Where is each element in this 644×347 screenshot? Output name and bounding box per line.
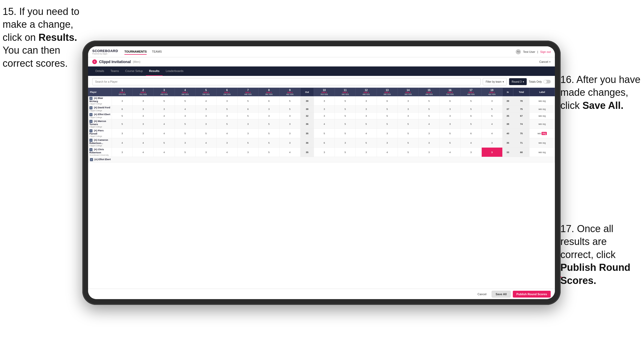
score-cell-hole-3[interactable]: 5 [154, 138, 175, 148]
score-cell-hole-3[interactable]: 4 [154, 129, 175, 138]
score-cell-hole-9[interactable]: 3 [279, 138, 300, 148]
score-cell-hole-1[interactable]: 3 [112, 129, 133, 138]
score-cell-hole-1[interactable]: 6 [112, 106, 133, 113]
score-cell-hole-16[interactable]: 3 [440, 113, 461, 119]
score-cell-hole-6[interactable]: 4 [216, 148, 237, 157]
score-cell-hole-17[interactable]: 5 [461, 119, 481, 129]
score-cell-hole-4[interactable]: 5 [175, 119, 196, 129]
score-cell-hole-12[interactable]: 4 [356, 129, 377, 138]
score-cell-hole-13[interactable]: 6 [377, 96, 398, 106]
sub-nav-details[interactable]: Details [92, 66, 107, 76]
score-cell-hole-9[interactable]: 3 [279, 113, 300, 119]
score-cell-hole-5[interactable]: 5 [196, 129, 216, 138]
score-cell-hole-7[interactable]: 6 [238, 106, 258, 113]
score-cell-hole-2[interactable]: 3 [133, 113, 154, 119]
sub-nav-leaderboards[interactable]: Leaderboards [163, 66, 187, 76]
score-cell-hole-1[interactable]: 5 [112, 119, 133, 129]
score-cell-hole-14[interactable]: 3 [398, 106, 418, 113]
sub-nav-course-setup[interactable]: Course Setup [122, 66, 146, 76]
dq-label[interactable]: DQ [543, 115, 546, 117]
score-cell-hole-18[interactable]: 5 [481, 106, 502, 113]
score-cell-hole-5[interactable]: 3 [196, 106, 216, 113]
score-cell-hole-2[interactable]: 4 [133, 148, 154, 157]
score-cell-hole-9[interactable]: 3 [279, 129, 300, 138]
sign-out-link[interactable]: Sign out [540, 50, 551, 53]
score-cell-hole-17[interactable]: 6 [461, 129, 481, 138]
score-cell-hole-10[interactable]: 3 [314, 106, 335, 113]
score-cell-hole-4[interactable]: 3 [175, 113, 196, 119]
score-cell-hole-8[interactable]: 5 [258, 129, 279, 138]
score-cell-hole-5[interactable]: 3 [196, 148, 216, 157]
wd-label[interactable]: WD [538, 115, 542, 117]
score-cell-hole-18[interactable]: 3 [481, 138, 502, 148]
score-cell-hole-12[interactable]: 3 [356, 96, 377, 106]
score-cell-hole-9[interactable]: 5 [279, 106, 300, 113]
dq-label[interactable]: DQ [542, 132, 547, 135]
score-cell-hole-13[interactable]: 4 [377, 148, 398, 157]
score-cell-hole-11[interactable]: 5 [335, 119, 356, 129]
score-cell-hole-14[interactable]: 5 [398, 129, 418, 138]
wd-label[interactable]: WD [538, 100, 542, 102]
dq-label[interactable]: DQ [543, 100, 546, 102]
totals-only-toggle[interactable]: Totals Only [529, 80, 551, 83]
score-cell-hole-6[interactable]: 3 [216, 96, 237, 106]
label-cell[interactable]: WD DQ [530, 148, 555, 157]
score-cell-hole-13[interactable]: 3 [377, 138, 398, 148]
score-cell-hole-7[interactable]: 5 [238, 113, 258, 119]
score-cell-hole-17[interactable]: 3 [461, 148, 481, 157]
score-cell-hole-12[interactable]: 5 [356, 119, 377, 129]
score-cell-hole-10[interactable]: 4 [314, 119, 335, 129]
score-cell-hole-17[interactable]: 4 [461, 138, 481, 148]
round-selector-btn[interactable]: Round 3 ▾ [509, 78, 527, 85]
score-cell-hole-4[interactable]: 5 [175, 129, 196, 138]
score-cell-hole-10[interactable]: 3 [314, 148, 335, 157]
score-cell-hole-14[interactable]: 5 [398, 148, 418, 157]
sub-nav-teams[interactable]: Teams [107, 66, 122, 76]
score-cell-hole-11[interactable]: 5 [335, 96, 356, 106]
score-cell-hole-1[interactable]: 3 [112, 96, 133, 106]
score-cell-hole-3[interactable]: 3 [154, 106, 175, 113]
score-cell-hole-15[interactable]: 5 [419, 106, 440, 113]
score-cell-hole-10[interactable]: 3 [314, 96, 335, 106]
score-cell-hole-15[interactable]: 4 [419, 119, 440, 129]
score-cell-hole-9[interactable]: 3 [279, 119, 300, 129]
nav-teams[interactable]: TEAMS [152, 49, 162, 55]
score-cell-hole-14[interactable]: 3 [398, 96, 418, 106]
score-cell-hole-3[interactable]: 5 [154, 96, 175, 106]
score-cell-hole-15[interactable]: 5 [419, 113, 440, 119]
label-cell[interactable]: WD DQ [530, 119, 555, 129]
score-cell-hole-16[interactable]: 3 [440, 119, 461, 129]
dq-label[interactable]: DQ [543, 108, 546, 110]
label-cell[interactable]: WD DQ [530, 113, 555, 119]
save-all-btn[interactable]: Save All [492, 291, 510, 298]
score-cell-hole-16[interactable]: 5 [440, 138, 461, 148]
score-cell-hole-8[interactable]: 3 [258, 106, 279, 113]
score-cell-hole-8[interactable]: 5 [258, 119, 279, 129]
score-cell-hole-7[interactable]: 5 [238, 96, 258, 106]
score-cell-hole-16[interactable]: 4 [440, 148, 461, 157]
score-cell-hole-16[interactable]: 3 [440, 106, 461, 113]
sub-nav-results[interactable]: Results [146, 66, 163, 76]
score-cell-hole-8[interactable]: 5 [258, 148, 279, 157]
dq-label[interactable]: DQ [543, 142, 546, 144]
score-cell-hole-12[interactable]: 5 [356, 138, 377, 148]
score-cell-hole-4[interactable]: 5 [175, 96, 196, 106]
label-cell[interactable]: WD DQ [530, 106, 555, 113]
score-cell-hole-5[interactable]: 3 [196, 119, 216, 129]
cancel-tournament-btn[interactable]: Cancel × [539, 60, 551, 63]
score-cell-hole-16[interactable]: 6 [440, 96, 461, 106]
score-cell-hole-2[interactable]: 3 [133, 106, 154, 113]
score-cell-hole-3[interactable]: 4 [154, 113, 175, 119]
score-cell-hole-17[interactable]: 5 [461, 106, 481, 113]
score-cell-hole-7[interactable]: 5 [238, 138, 258, 148]
score-cell-hole-6[interactable]: 3 [216, 113, 237, 119]
cancel-action-btn[interactable]: Cancel [474, 291, 490, 298]
score-cell-hole-11[interactable]: 5 [335, 113, 356, 119]
score-cell-hole-18[interactable]: 5 [481, 113, 502, 119]
score-cell-hole-7[interactable]: 3 [238, 129, 258, 138]
search-input[interactable] [92, 78, 481, 85]
label-cell[interactable]: WD DQ [530, 138, 555, 148]
score-cell-hole-1[interactable]: 3 [112, 148, 133, 157]
score-cell-hole-6[interactable]: 3 [216, 138, 237, 148]
score-cell-hole-15[interactable]: 3 [419, 138, 440, 148]
